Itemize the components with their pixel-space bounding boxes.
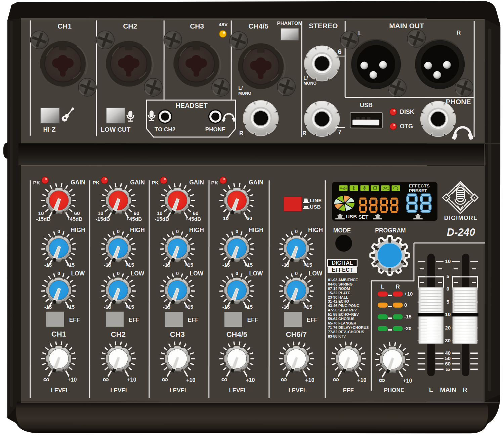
svg-text:20: 20	[445, 325, 451, 331]
svg-text:60: 60	[74, 210, 80, 216]
svg-text:+10: +10	[246, 377, 255, 383]
svg-text:-15dB: -15dB	[155, 216, 169, 222]
svg-text:CH4/5: CH4/5	[226, 330, 247, 339]
svg-text:∞: ∞	[333, 374, 339, 384]
svg-text:-15: -15	[104, 262, 112, 268]
svg-text:10: 10	[445, 258, 451, 264]
svg-text:-15: -15	[222, 304, 230, 310]
svg-text:04-06 SPRING: 04-06 SPRING	[328, 282, 352, 286]
svg-text:60: 60	[193, 210, 198, 216]
svg-text:EFF: EFF	[69, 317, 80, 323]
svg-text:48V: 48V	[219, 21, 228, 27]
svg-text:-15: -15	[44, 262, 52, 268]
svg-text:PK: PK	[152, 180, 159, 185]
svg-text:+15: +15	[66, 304, 75, 310]
svg-text:∞: ∞	[221, 374, 228, 384]
svg-text:CH2: CH2	[111, 330, 126, 339]
svg-text:+10: +10	[305, 377, 314, 383]
svg-text:CH3: CH3	[190, 22, 204, 30]
svg-text:PHANTOM: PHANTOM	[277, 20, 302, 26]
svg-text:-15dB: -15dB	[95, 216, 110, 222]
svg-text:DISK: DISK	[400, 108, 414, 115]
svg-text:GAIN: GAIN	[249, 179, 263, 186]
svg-text:HIGH: HIGH	[71, 227, 85, 233]
svg-text:+15: +15	[303, 304, 312, 310]
svg-text:-15: -15	[222, 262, 230, 268]
svg-text:65-70 FLANGER: 65-70 FLANGER	[328, 321, 356, 325]
svg-text:LEVEL: LEVEL	[169, 387, 188, 394]
svg-text:R: R	[239, 130, 243, 136]
svg-text:10: 10	[445, 311, 451, 317]
svg-text:-15: -15	[163, 304, 171, 310]
svg-text:R: R	[396, 284, 400, 290]
svg-text:∞: ∞	[43, 374, 50, 384]
svg-text:+15: +15	[303, 262, 312, 268]
svg-text:10: 10	[97, 210, 103, 216]
svg-text:0: 0	[117, 271, 120, 276]
svg-text:OTG: OTG	[400, 123, 413, 130]
svg-text:-15: -15	[44, 304, 52, 310]
svg-text:0: 0	[236, 229, 238, 234]
svg-text:71-76 DELAY+CHORUS: 71-76 DELAY+CHORUS	[328, 325, 369, 330]
svg-text:∞: ∞	[281, 374, 287, 384]
svg-text:HIGH: HIGH	[130, 227, 145, 233]
svg-text:-15: -15	[282, 304, 290, 310]
svg-text:0: 0	[295, 229, 298, 234]
svg-text:PROGRAM: PROGRAM	[375, 227, 406, 234]
svg-text:STEREO: STEREO	[309, 22, 338, 30]
svg-text:+10: +10	[127, 377, 136, 383]
svg-text:LOW: LOW	[190, 270, 204, 277]
svg-text:0: 0	[176, 229, 179, 234]
svg-text:LOW: LOW	[71, 270, 85, 277]
svg-text:PHONE: PHONE	[446, 98, 471, 105]
svg-text:+15: +15	[244, 304, 253, 310]
svg-text:+15: +15	[66, 262, 75, 268]
svg-text:EFFECTS: EFFECTS	[409, 183, 430, 188]
svg-text:0: 0	[236, 271, 238, 276]
svg-text:83-88 KTV: 83-88 KTV	[328, 334, 346, 338]
svg-text:0: 0	[295, 271, 298, 276]
svg-text:+15: +15	[244, 262, 253, 268]
svg-text:07-14 ROOM: 07-14 ROOM	[328, 287, 350, 291]
svg-text:R: R	[302, 130, 306, 136]
svg-text:0: 0	[57, 271, 60, 276]
svg-text:L: L	[381, 284, 384, 290]
svg-text:+10: +10	[403, 378, 412, 384]
svg-text:10: 10	[223, 215, 228, 221]
svg-text:-15: -15	[104, 304, 112, 310]
svg-text:60: 60	[246, 215, 252, 221]
svg-text:TO CH2: TO CH2	[155, 126, 175, 133]
svg-text:LOW: LOW	[249, 270, 263, 277]
svg-text:D-240: D-240	[447, 226, 475, 238]
svg-text:MODE: MODE	[333, 227, 351, 234]
svg-text:PK: PK	[93, 180, 100, 185]
svg-text:MONO: MONO	[303, 81, 317, 86]
svg-text:0: 0	[117, 229, 120, 234]
svg-text:MAIN OUT: MAIN OUT	[389, 22, 424, 30]
svg-text:MAIN: MAIN	[440, 386, 457, 393]
svg-text:L: L	[429, 386, 433, 393]
svg-text:+15: +15	[184, 304, 194, 310]
svg-text:HIGH: HIGH	[308, 227, 323, 233]
svg-text:LOW CUT: LOW CUT	[101, 126, 131, 133]
svg-text:0: 0	[447, 286, 449, 292]
svg-text:LEVEL: LEVEL	[229, 387, 247, 394]
svg-text:GAIN: GAIN	[71, 179, 85, 186]
svg-text:31-42 ECHO: 31-42 ECHO	[328, 299, 349, 303]
svg-text:30: 30	[445, 338, 451, 343]
svg-text:+10: +10	[186, 377, 195, 383]
svg-text:0: 0	[404, 302, 407, 308]
svg-text:HEADSET: HEADSET	[175, 102, 208, 109]
svg-text:-15dB: -15dB	[36, 216, 50, 222]
svg-text:EFFECT: EFFECT	[332, 267, 353, 273]
svg-text:50: 50	[445, 355, 451, 361]
svg-text:7: 7	[338, 128, 342, 136]
svg-text:USB: USB	[310, 204, 321, 210]
svg-text:HIGH: HIGH	[189, 227, 204, 233]
svg-text:+45dB: +45dB	[126, 216, 142, 222]
svg-text:DIGITAL: DIGITAL	[332, 260, 353, 266]
svg-text:LINE: LINE	[310, 198, 322, 203]
svg-text:60: 60	[133, 210, 139, 216]
svg-text:R: R	[457, 30, 461, 36]
svg-text:CH2: CH2	[123, 22, 137, 30]
